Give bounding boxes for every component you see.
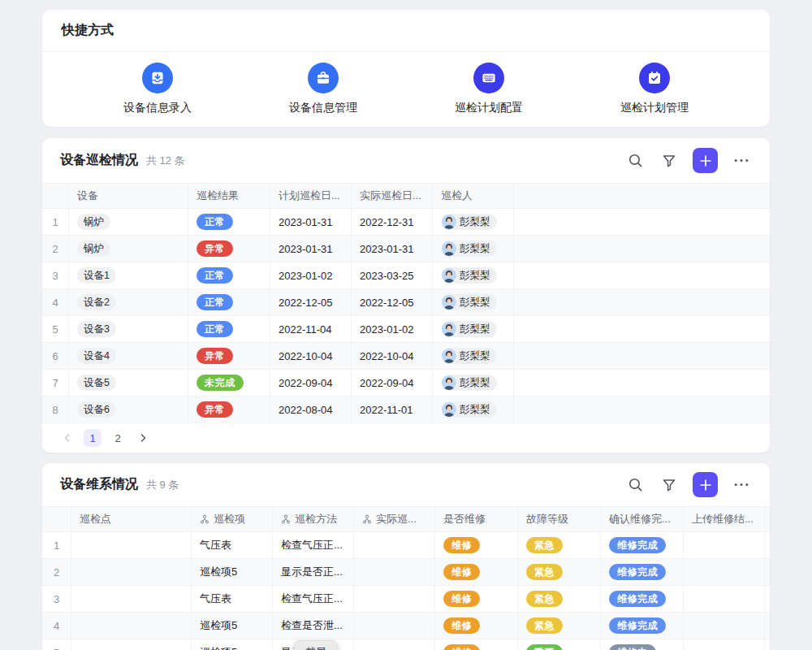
cell-point[interactable] [71,559,192,585]
cell-result[interactable]: 异常 [188,343,270,369]
column-header-upload[interactable]: 上传维修结... [684,507,765,531]
cell-planned[interactable]: 2023-01-31 [270,209,352,235]
cell-result[interactable]: 正常 [188,262,270,288]
cell-result[interactable]: 未完成 [188,370,270,396]
cell-planned[interactable]: 2022-10-04 [270,343,352,369]
column-header-repair[interactable]: 是否维修 [435,507,518,531]
cell-upload[interactable] [684,532,765,558]
cell-inspector[interactable]: 彭梨梨 [433,316,514,342]
search-button[interactable] [624,474,646,496]
cell-method[interactable]: 显示是否正... [273,559,354,585]
cell-device[interactable]: 设备3 [69,316,188,342]
cell-device[interactable]: 设备4 [69,343,188,369]
cell-result[interactable]: 异常 [188,236,270,262]
cell-person[interactable] [765,586,770,612]
pagination-prev-button[interactable] [58,429,76,447]
cell-inspector[interactable]: 彭梨梨 [433,236,514,262]
cell-confirm[interactable]: 维修完成 [601,559,684,585]
cell-repair[interactable]: 维修 [435,639,518,650]
cell-num[interactable]: 3 [42,262,69,288]
shortcut-item-3[interactable]: 巡检计划管理 [620,63,689,115]
search-button[interactable] [624,150,646,171]
column-header-result[interactable]: 巡检结果 [188,184,270,208]
cell-inspector[interactable]: 彭梨梨 [433,209,514,235]
cell-actual[interactable]: 2022-09-04 [352,370,433,396]
column-header[interactable] [42,507,71,531]
column-header-method[interactable]: 巡检方法 [273,507,354,531]
cell-actual[interactable]: 2023-01-31 [352,236,433,262]
cell-level[interactable]: 重要 [518,639,601,650]
shortcut-item-1[interactable]: 设备信息管理 [289,63,357,115]
cell-upload[interactable] [684,586,765,612]
add-record-button[interactable] [693,148,718,173]
cell-actual[interactable] [354,586,435,612]
column-header-confirm[interactable]: 确认维修完... [601,507,684,531]
column-header-actual[interactable]: 实际巡检日... [352,184,433,208]
cell-num[interactable]: 3 [42,586,71,612]
cell-actual[interactable] [354,613,435,639]
more-button[interactable] [731,474,752,496]
cell-num[interactable]: 6 [42,343,69,369]
cell-device[interactable]: 锅炉 [69,236,188,262]
cell-inspector[interactable]: 彭梨梨 [433,262,514,288]
cell-confirm[interactable]: 维修完成 [601,613,684,639]
cell-device[interactable]: 设备5 [69,370,188,396]
cell-planned[interactable]: 2022-08-04 [270,396,352,422]
page-button-2[interactable]: 2 [109,429,127,447]
column-header-person[interactable]: 维 [765,507,770,531]
cell-num[interactable]: 8 [42,396,69,422]
cell-inspector[interactable]: 彭梨梨 [433,343,514,369]
cell-result[interactable]: 正常 [188,316,270,342]
cell-inspector[interactable]: 彭梨梨 [433,289,514,315]
cell-point[interactable] [71,586,192,612]
cell-repair[interactable]: 维修 [435,559,518,585]
cell-actual[interactable]: 2022-11-01 [352,396,433,422]
cell-num[interactable]: 1 [42,532,71,558]
cell-actual[interactable] [354,639,435,650]
cell-device[interactable]: 锅炉 [69,209,188,235]
cell-result[interactable]: 正常 [188,289,270,315]
cell-upload[interactable] [684,639,765,650]
cell-confirm[interactable]: 维修完成 [601,532,684,558]
cell-item[interactable]: 气压表 [192,532,273,558]
cell-point[interactable] [71,639,192,650]
cell-confirm[interactable]: 维修完成 [601,586,684,612]
cell-actual[interactable]: 2022-10-04 [352,343,433,369]
cell-person[interactable] [765,559,770,585]
cell-num[interactable]: 4 [42,613,71,639]
cell-item[interactable]: 巡检项5 [192,639,273,650]
cell-upload[interactable] [684,613,765,639]
page-button-1[interactable]: 1 [84,429,102,447]
pagination-next-button[interactable] [134,429,152,447]
column-header[interactable] [42,184,69,208]
cell-person[interactable]: 彭梨梨 [765,613,770,639]
cell-actual[interactable] [354,532,435,558]
cell-upload[interactable] [684,559,765,585]
cell-planned[interactable]: 2023-01-31 [270,236,352,262]
cell-repair[interactable]: 维修 [435,586,518,612]
cell-planned[interactable]: 2022-12-05 [270,289,352,315]
cell-result[interactable]: 异常 [188,396,270,422]
more-button[interactable] [731,150,752,171]
cell-num[interactable]: 4 [42,289,69,315]
cell-device[interactable]: 设备6 [69,396,188,422]
cell-actual[interactable]: 2022-12-05 [352,289,433,315]
column-header-inspector[interactable]: 巡检人 [433,184,514,208]
cell-actual[interactable]: 2023-03-25 [352,262,433,288]
column-header-level[interactable]: 故障等级 [518,507,601,531]
column-header-actual[interactable]: 实际巡... [354,507,435,531]
cell-num[interactable]: 7 [42,370,69,396]
cell-actual[interactable]: 2023-01-02 [352,316,433,342]
cell-num[interactable]: 5 [42,639,71,650]
add-record-button[interactable] [693,472,718,497]
cell-person[interactable] [765,639,770,650]
column-header-point[interactable]: 巡检点 [71,507,192,531]
cell-inspector[interactable]: 彭梨梨 [433,396,514,422]
cell-result[interactable]: 正常 [188,209,270,235]
cell-person[interactable] [765,532,770,558]
column-header-planned[interactable]: 计划巡检日... [270,184,352,208]
cell-device[interactable]: 设备1 [69,262,188,288]
cell-level[interactable]: 紧急 [518,613,601,639]
cell-method[interactable]: 检查气压正... [273,586,354,612]
cell-item[interactable]: 气压表 [192,586,273,612]
